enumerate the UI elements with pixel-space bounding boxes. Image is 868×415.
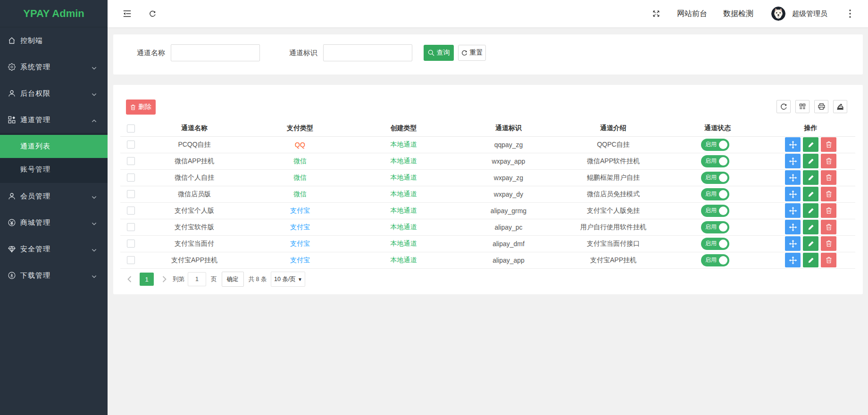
pay-type-link[interactable]: QQ: [295, 141, 305, 149]
edit-row-button[interactable]: [803, 253, 818, 267]
export-button[interactable]: [833, 100, 847, 113]
cell-code: alipay_grmg: [455, 202, 562, 219]
sidebar-item-4[interactable]: 会员管理: [0, 183, 108, 209]
row-checkbox[interactable]: [127, 256, 135, 264]
create-type-link[interactable]: 本地通道: [391, 174, 417, 181]
pay-type-link[interactable]: 微信: [293, 174, 307, 181]
status-toggle[interactable]: 启用: [701, 188, 729, 200]
sidebar-subitem-active[interactable]: 通道列表: [0, 135, 108, 158]
move-row-button[interactable]: [785, 203, 801, 218]
status-toggle[interactable]: 启用: [701, 155, 729, 167]
edit-row-button[interactable]: [803, 203, 818, 218]
cell-name: 微信个人自挂: [141, 169, 248, 186]
pay-type-link[interactable]: 支付宝: [290, 240, 310, 247]
site-front-link[interactable]: 网站前台: [669, 0, 715, 27]
data-check-link[interactable]: 数据检测: [715, 0, 761, 27]
create-type-link[interactable]: 本地通道: [391, 207, 417, 214]
pencil-icon: [808, 158, 814, 165]
row-checkbox[interactable]: [127, 174, 135, 182]
delete-button[interactable]: 删除: [126, 100, 156, 115]
confirm-page-button[interactable]: 确定: [222, 272, 244, 287]
sidebar-item-2[interactable]: 后台权限: [0, 80, 108, 107]
move-row-button[interactable]: [785, 137, 801, 152]
status-toggle[interactable]: 启用: [701, 205, 729, 217]
create-type-link[interactable]: 本地通道: [391, 223, 417, 231]
delete-row-button[interactable]: [821, 203, 836, 218]
create-type-link[interactable]: 本地通道: [391, 240, 417, 247]
row-checkbox[interactable]: [127, 223, 135, 231]
sidebar-item-0[interactable]: 控制端: [0, 27, 108, 54]
pay-type-link[interactable]: 支付宝: [290, 207, 310, 214]
edit-row-button[interactable]: [803, 137, 818, 152]
edit-row-button[interactable]: [803, 187, 818, 201]
delete-row-button[interactable]: [821, 253, 836, 267]
pay-type-link[interactable]: 支付宝: [290, 223, 310, 231]
fullscreen-button[interactable]: [643, 0, 669, 27]
topbar-right: 网站前台 数据检测 超级管理员: [643, 0, 868, 27]
row-checkbox[interactable]: [127, 207, 135, 215]
sidebar-item-7[interactable]: 下载管理: [0, 262, 108, 289]
edit-row-button[interactable]: [803, 236, 818, 251]
create-type-link[interactable]: 本地通道: [391, 190, 417, 198]
status-toggle[interactable]: 启用: [701, 139, 729, 151]
edit-row-button[interactable]: [803, 220, 818, 234]
row-checkbox[interactable]: [127, 157, 135, 165]
channel-code-input[interactable]: [323, 44, 412, 61]
sidebar-item-6[interactable]: 安全管理: [0, 236, 108, 262]
delete-row-button[interactable]: [821, 187, 836, 201]
move-row-button[interactable]: [785, 154, 801, 168]
pay-type-link[interactable]: 微信: [293, 190, 307, 198]
print-button[interactable]: [814, 100, 828, 113]
search-button[interactable]: 查询: [424, 45, 454, 61]
edit-row-button[interactable]: [803, 154, 818, 168]
status-toggle[interactable]: 启用: [701, 254, 729, 266]
delete-row-button[interactable]: [821, 236, 836, 251]
sidebar-item-5[interactable]: 商城管理: [0, 209, 108, 236]
status-toggle[interactable]: 启用: [701, 238, 729, 250]
sidebar-item-3[interactable]: 通道管理: [0, 107, 108, 133]
prev-page-button[interactable]: [126, 276, 133, 282]
sidebar-subitem-[interactable]: 账号管理: [0, 158, 108, 181]
create-type-link[interactable]: 本地通道: [391, 256, 417, 264]
move-row-button[interactable]: [785, 236, 801, 251]
next-page-button[interactable]: [161, 276, 167, 282]
refresh-table-button[interactable]: [776, 100, 791, 113]
move-row-button[interactable]: [785, 170, 801, 185]
delete-row-button[interactable]: [821, 220, 836, 234]
move-icon: [789, 240, 797, 248]
more-menu-button[interactable]: [841, 0, 860, 27]
edit-row-button[interactable]: [803, 170, 818, 185]
pay-type-link[interactable]: 支付宝: [290, 256, 310, 264]
cell-code: wxpay_dy: [455, 186, 562, 202]
chevron-down-icon: [92, 220, 97, 225]
refresh-page-button[interactable]: [140, 0, 165, 27]
row-checkbox[interactable]: [127, 190, 135, 198]
trash-icon: [130, 104, 136, 110]
user-menu[interactable]: 超级管理员: [761, 7, 841, 21]
status-toggle[interactable]: 启用: [701, 221, 729, 233]
status-toggle[interactable]: 启用: [701, 172, 729, 184]
delete-row-button[interactable]: [821, 154, 836, 168]
page-size-select[interactable]: 10 条/页▼: [271, 272, 305, 287]
move-row-button[interactable]: [785, 253, 801, 267]
toggle-label: 启用: [705, 157, 717, 165]
sidebar-item-1[interactable]: 系统管理: [0, 54, 108, 80]
goto-page-input[interactable]: [188, 272, 206, 286]
pay-type-link[interactable]: 微信: [293, 157, 307, 165]
create-type-link[interactable]: 本地通道: [391, 141, 417, 148]
row-checkbox[interactable]: [127, 240, 135, 248]
chevron-down-icon: [92, 91, 97, 96]
delete-row-button[interactable]: [821, 137, 836, 152]
create-type-link[interactable]: 本地通道: [391, 157, 417, 165]
delete-row-button[interactable]: [821, 170, 836, 185]
channel-name-input[interactable]: [171, 44, 260, 61]
reset-button[interactable]: 重置: [458, 45, 486, 61]
columns-filter-button[interactable]: [795, 100, 810, 113]
row-checkbox[interactable]: [127, 141, 135, 149]
collapse-sidebar-button[interactable]: [114, 0, 140, 27]
move-row-button[interactable]: [785, 220, 801, 234]
toggle-knob: [719, 223, 727, 232]
select-all-checkbox[interactable]: [127, 124, 135, 133]
move-row-button[interactable]: [785, 187, 801, 201]
current-page[interactable]: 1: [140, 273, 154, 286]
